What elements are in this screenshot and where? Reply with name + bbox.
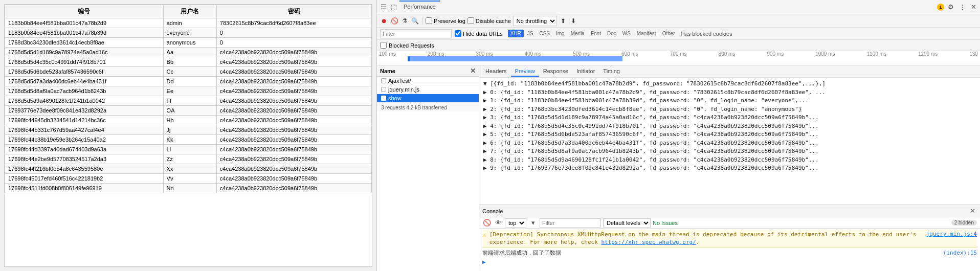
- table-row[interactable]: 1768d3bc34230dfed3614c14ecb8f8aeanonymou…: [5, 38, 372, 48]
- hide-data-urls-checkbox[interactable]: Hide data URLs: [455, 30, 503, 37]
- console-close-btn[interactable]: ✕: [968, 207, 977, 216]
- table-row[interactable]: 1768d5d5d6bde523afaf857436590c6fCcc4ca42…: [5, 67, 372, 77]
- table-cell-id: 17698fc44b331c767d59aa4427caf4e4: [5, 125, 164, 135]
- table-row[interactable]: 17693776e73dee8f09c841e432d8292aOAc4ca42…: [5, 106, 372, 116]
- console-input[interactable]: [488, 259, 977, 265]
- table-cell-username: Ll: [163, 145, 216, 154]
- table-cell-password: c4ca4238a0b923820dcc509a6f75849b: [216, 48, 371, 57]
- console-context-select[interactable]: top: [505, 218, 526, 228]
- table-cell-id: 1768d5d5d7a3da400dc6eb44e4ba431f: [5, 77, 164, 86]
- table-cell-id: 17698fc44945db3234541d14214bc36c: [5, 116, 164, 125]
- detail-tab-timing[interactable]: Timing: [599, 66, 624, 77]
- table-row[interactable]: 17698fc44c38b19e59e3b264c15a40a2Kkc4ca42…: [5, 135, 372, 145]
- import-icon[interactable]: ⬆: [559, 17, 567, 25]
- table-row[interactable]: 17698fc44945db3234541d14214bc36cHhc4ca42…: [5, 116, 372, 125]
- filter-type-manifest[interactable]: Manifest: [634, 30, 659, 37]
- network-items-container: AjaxTest/jquery.min.jsshow: [377, 77, 479, 103]
- preserve-log-input[interactable]: [426, 17, 432, 24]
- preview-line: ▶ 0: {fd_id: "1183b0b84ee4f581bba001c47a…: [483, 88, 976, 97]
- filter-type-js[interactable]: JS: [525, 30, 536, 37]
- filter-row: Hide data URLs XHRJSCSSImgMediaFontDocWS…: [377, 28, 980, 40]
- table-row[interactable]: 1768d5d5d8af9a0ac7acb964d1b8243bEec4ca42…: [5, 86, 372, 96]
- console-clear-btn[interactable]: 🚫: [482, 218, 492, 228]
- timeline-bar: [408, 56, 622, 61]
- devtools-inspect-icon[interactable]: ⬚: [389, 3, 398, 12]
- detail-content: ▼ [{fd_id: "1183b0b84ee4f581bba001c47a78…: [479, 78, 980, 205]
- table-cell-password: c4ca4238a0b923820dcc509a6f75849b: [216, 106, 371, 116]
- filter-type-img[interactable]: Img: [553, 30, 567, 37]
- table-cell-password: c4ca4238a0b923820dcc509a6f75849b: [216, 154, 371, 164]
- filter-type-media[interactable]: Media: [568, 30, 587, 37]
- table-cell-username: Ee: [163, 86, 216, 96]
- console-eye-icon[interactable]: 👁: [494, 218, 503, 228]
- table-row[interactable]: 17698fc44e2be9d577083524517a2da3Zzc4ca42…: [5, 154, 372, 164]
- preserve-log-checkbox[interactable]: Preserve log: [426, 17, 465, 24]
- warn-link[interactable]: https://xhr.spec.whatwg.org/: [601, 239, 696, 245]
- table-row[interactable]: 17698fc44b331c767d59aa4427caf4e4Jjc4ca42…: [5, 125, 372, 135]
- hide-data-urls-input[interactable]: [455, 30, 461, 37]
- network-toolbar: ⏺ 🚫 ⚗ 🔍 Preserve log Disable cache No th…: [377, 14, 980, 28]
- network-list-header: Name ✕: [377, 65, 479, 77]
- filter-type-doc[interactable]: Doc: [605, 30, 619, 37]
- table-row[interactable]: 1768d5d5d4c35c0c4991dd74f918b701Bbc4ca42…: [5, 57, 372, 67]
- devtools-tab-performance[interactable]: Performance: [399, 2, 440, 13]
- table-cell-password: c4ca4238a0b923820dcc509a6f75849b: [216, 174, 371, 184]
- settings-icon[interactable]: ⚙: [946, 3, 955, 12]
- network-item[interactable]: jquery.min.js: [377, 85, 479, 94]
- filter-input[interactable]: [380, 29, 452, 38]
- filter-type-other[interactable]: Other: [660, 30, 678, 37]
- filter-type-css[interactable]: CSS: [537, 30, 552, 37]
- filter-type-xhr[interactable]: XHR: [508, 30, 524, 37]
- blocked-requests-checkbox[interactable]: [380, 42, 387, 49]
- filter-type-font[interactable]: Font: [588, 30, 604, 37]
- preview-line: ▶ 3: {fd_id: "1768d5d5d1d189c9a78974a45a…: [483, 114, 976, 122]
- table-cell-id: 17698fc45017efd460f516c4221819b2: [5, 174, 164, 184]
- table-cell-username: OA: [163, 106, 216, 116]
- filter-type-ws[interactable]: WS: [620, 30, 633, 37]
- throttle-select[interactable]: No throttling Fast 3G Slow 3G: [513, 16, 557, 26]
- search-btn[interactable]: 🔍: [411, 17, 419, 25]
- disable-cache-input[interactable]: [467, 17, 474, 24]
- console-level-select[interactable]: Default levels: [603, 218, 651, 228]
- console-context-arrow[interactable]: ▾: [528, 218, 538, 228]
- table-row[interactable]: 1768d5d5d1d189c9a78974a45a0ad16cAac4ca42…: [5, 48, 372, 57]
- table-cell-username: Cc: [163, 67, 216, 77]
- table-row[interactable]: 17698fc4511fd008b0f806149fe96919Nnc4ca42…: [5, 184, 372, 193]
- disable-cache-checkbox[interactable]: Disable cache: [467, 17, 511, 24]
- record-btn[interactable]: ⏺: [380, 17, 388, 25]
- detail-tab-preview[interactable]: Preview: [511, 66, 539, 77]
- table-cell-username: Hh: [163, 116, 216, 125]
- console-section: Console ✕ 🚫 👁 top ▾ Default levels: [479, 205, 980, 271]
- network-item[interactable]: AjaxTest/: [377, 77, 479, 85]
- table-cell-username: Nn: [163, 184, 216, 193]
- table-cell-username: Kk: [163, 135, 216, 145]
- table-cell-username: Jj: [163, 125, 216, 135]
- devtools-menu-icon[interactable]: ☰: [379, 3, 388, 12]
- table-row[interactable]: 1183b0b84ee4f581bba001c47a78b2d9admin783…: [5, 18, 372, 28]
- export-icon[interactable]: ⬇: [569, 17, 577, 25]
- table-row[interactable]: 1768d5d5d9a4690128fc1f241b1a0042Ffc4ca42…: [5, 96, 372, 106]
- detail-tab-headers[interactable]: Headers: [481, 66, 511, 77]
- table-cell-id: 17698fc44f216bf0e54a8c643559580e: [5, 164, 164, 174]
- table-row[interactable]: 17698fc44d3397a40dad674403d9a63aLlc4ca42…: [5, 145, 372, 154]
- clear-btn[interactable]: 🚫: [390, 17, 398, 25]
- table-cell-password: c4ca4238a0b923820dcc509a6f75849b: [216, 86, 371, 96]
- col-header-password: 密码: [216, 5, 371, 18]
- table-row[interactable]: 1183b0b84ee4f581bba001c47a78b39deveryone…: [5, 28, 372, 38]
- more-icon[interactable]: ⋮: [957, 3, 967, 12]
- data-table-panel: 编号 用户名 密码 1183b0b84ee4f581bba001c47a78b2…: [4, 4, 372, 267]
- table-row[interactable]: 17698fc44f216bf0e54a8c643559580eXxc4ca42…: [5, 164, 372, 174]
- warn-source[interactable]: jquery.min.js:4: [926, 231, 977, 237]
- detail-tab-response[interactable]: Response: [539, 66, 573, 77]
- info-source[interactable]: (index):15: [943, 250, 977, 256]
- network-list-close[interactable]: ✕: [470, 67, 476, 75]
- detail-tab-initiator[interactable]: Initiator: [572, 66, 599, 77]
- network-item[interactable]: show: [377, 94, 479, 103]
- table-cell-password: c4ca4238a0b923820dcc509a6f75849b: [216, 67, 371, 77]
- table-row[interactable]: 1768d5d5d7a3da400dc6eb44e4ba431fDdc4ca42…: [5, 77, 372, 86]
- filter-toggle-btn[interactable]: ⚗: [400, 17, 409, 25]
- console-filter-input[interactable]: [540, 218, 601, 228]
- table-cell-username: admin: [163, 18, 216, 28]
- close-icon[interactable]: ✕: [969, 3, 978, 12]
- table-row[interactable]: 17698fc45017efd460f516c4221819b2Vvc4ca42…: [5, 174, 372, 184]
